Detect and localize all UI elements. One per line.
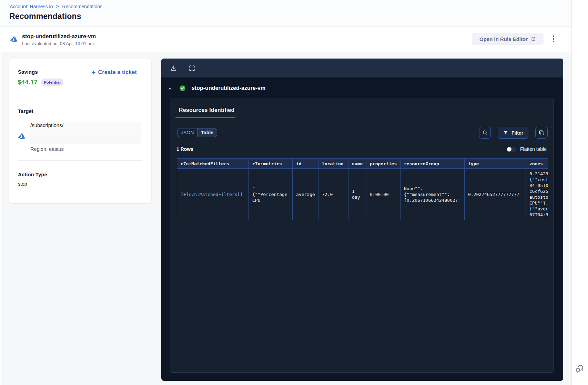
rule-name: stop-underutilized-azure-vm (22, 33, 96, 40)
col-resource-group[interactable]: resourceGroup (401, 159, 465, 169)
cell-location: 72.0 (318, 169, 348, 220)
target-region: Region: eastus (30, 146, 64, 152)
rule-output-panel: stop-underutilized-azure-vm Resources Id… (161, 59, 563, 381)
rows-count: 1 Rows (176, 146, 193, 152)
help-chat-icon[interactable] (575, 364, 585, 374)
resources-table-wrap: c7n:MatchedFilters c7n:metrics id locati… (177, 158, 548, 220)
open-in-rule-editor-label: Open in Rule Editor (479, 36, 528, 42)
action-type-value: stop (18, 181, 27, 187)
fullscreen-icon[interactable] (189, 65, 195, 72)
top-strip: Account: Harness.io > Recommendations Re… (0, 0, 588, 27)
flatten-toggle[interactable] (507, 147, 516, 152)
copy-icon (538, 129, 545, 136)
view-table-option[interactable]: Table (197, 128, 217, 137)
cell-zones: 0.214233{""costs04-05T00c6cf6255autostop… (526, 169, 548, 220)
breadcrumb-recommendations-link[interactable]: Recommendations (62, 4, 102, 9)
recommendation-header: stop-underutilized-azure-vm Last evaluat… (0, 27, 588, 52)
more-options-menu[interactable] (550, 34, 557, 44)
filter-label: Filter (511, 130, 523, 136)
col-zones[interactable]: zones (526, 159, 548, 169)
table-header-row: c7n:MatchedFilters c7n:metrics id locati… (177, 159, 548, 169)
target-path: /subscriptions/ (30, 122, 63, 128)
cell-metrics: "{""PercentageCPU (249, 169, 293, 220)
rule-last-evaluated: Last evaluated on: 08 Apr, 10:01 am (22, 41, 94, 46)
main-content: Savings Create a ticket $44.17 Potential… (1, 52, 571, 385)
view-json-option[interactable]: JSON (178, 128, 197, 137)
savings-label: Savings (18, 69, 38, 75)
resources-table: c7n:MatchedFilters c7n:metrics id locati… (177, 158, 548, 220)
cell-properties: 0:00:00 (366, 169, 401, 220)
col-name[interactable]: name (348, 159, 366, 169)
flatten-label: Flatten table (520, 146, 547, 152)
breadcrumb: Account: Harness.io > Recommendations (10, 4, 102, 9)
panel-toolbar (161, 59, 563, 77)
tab-resources-identified[interactable]: Resources Identified (179, 107, 234, 113)
action-type-label: Action Type (18, 171, 47, 177)
cell-matched-filters[interactable]: [+]c7n:MatchedFilters[] (177, 169, 249, 220)
col-metrics[interactable]: c7n:metrics (249, 159, 293, 169)
cell-name: 1day (348, 169, 366, 220)
page-title: Recommendations (9, 12, 81, 21)
divider (18, 160, 142, 161)
open-in-rule-editor-button[interactable]: Open in Rule Editor (472, 33, 544, 45)
col-type[interactable]: type (465, 159, 526, 169)
rule-status-row: stop-underutilized-azure-vm (161, 79, 563, 98)
col-properties[interactable]: properties (366, 159, 401, 169)
cell-resource-group: None"":{""measurement"":[0.2067106634248… (401, 169, 465, 220)
plus-icon (91, 70, 96, 75)
search-icon (482, 129, 488, 136)
azure-logo (10, 34, 19, 44)
create-ticket-button[interactable]: Create a ticket (91, 69, 137, 75)
right-rail (572, 0, 588, 385)
col-location[interactable]: location (318, 159, 348, 169)
potential-badge: Potential (41, 79, 63, 86)
create-ticket-label: Create a ticket (98, 69, 137, 75)
savings-amount: $44.17 (18, 79, 38, 86)
divider (18, 96, 142, 96)
filter-icon (503, 130, 508, 136)
cell-type: 0.20274652777777777 (465, 169, 526, 220)
savings-card: Savings Create a ticket $44.17 Potential… (9, 59, 151, 203)
target-label: Target (18, 108, 33, 114)
download-icon[interactable] (170, 65, 177, 72)
tab-underline (175, 117, 235, 118)
col-id[interactable]: id (293, 159, 318, 169)
cell-id: average (293, 169, 318, 220)
resources-panel: Resources Identified JSON Table Filter (170, 98, 554, 373)
table-row: [+]c7n:MatchedFilters[] "{""PercentageCP… (177, 169, 548, 220)
flatten-toggle-row: Flatten table (507, 146, 547, 152)
filter-button[interactable]: Filter (498, 127, 528, 139)
breadcrumb-separator: > (56, 4, 59, 9)
azure-target-icon (18, 132, 27, 141)
col-matched-filters[interactable]: c7n:MatchedFilters (177, 159, 249, 169)
breadcrumb-account-link[interactable]: Account: Harness.io (10, 4, 53, 9)
search-button[interactable] (479, 127, 491, 139)
view-mode-switch: JSON Table (177, 128, 217, 137)
success-check-icon (179, 85, 186, 92)
panel-rule-name: stop-underutilized-azure-vm (192, 85, 265, 91)
external-link-icon (531, 37, 536, 42)
collapse-chevron-icon[interactable] (168, 86, 172, 91)
copy-button[interactable] (535, 127, 548, 139)
